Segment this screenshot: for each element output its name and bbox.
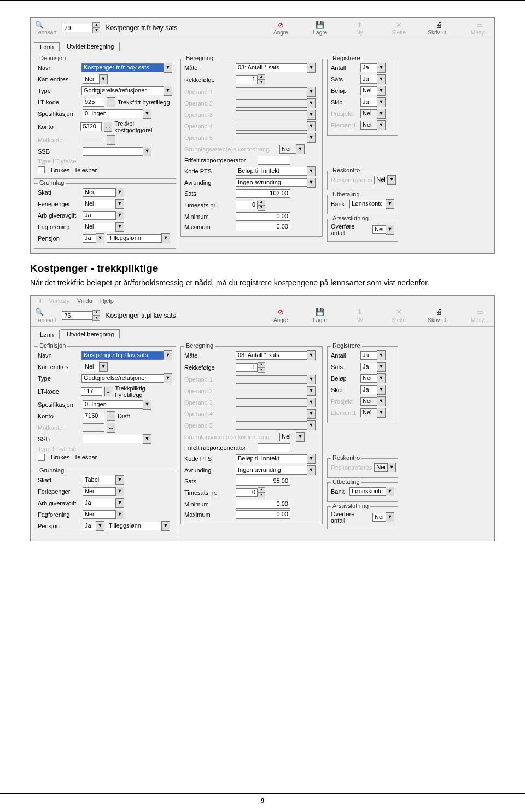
dropdown-icon[interactable]: ▼ [307,63,316,73]
dropdown-icon[interactable]: ▼ [307,166,316,176]
bank-select[interactable]: Lønnskontc [349,200,386,208]
tab-utvidet[interactable]: Utvidet beregning [61,42,120,51]
type-select[interactable]: Godtgjørelse/refusjoner [81,86,164,95]
dropdown-icon[interactable]: ▼ [115,222,124,232]
dropdown-icon[interactable]: ▼ [143,400,151,410]
ellipsis-button[interactable]: ... [107,411,115,421]
tab-utvidet[interactable]: Utvidet beregning [61,329,120,338]
ssb-select[interactable] [83,435,143,443]
sats-input[interactable]: 98,00 [236,477,290,486]
telespar-checkbox[interactable] [38,454,45,461]
dropdown-icon[interactable]: ▼ [164,350,172,360]
sats-select[interactable]: Ja [360,363,377,371]
dropdown-icon[interactable]: ▼ [143,109,151,119]
spin-up-icon[interactable]: ▲ [92,22,100,28]
fag-select[interactable]: Nei [83,223,115,231]
dropdown-icon[interactable]: ▼ [307,178,316,188]
skip-select[interactable]: Ja [360,98,377,107]
sats-select[interactable]: Ja [360,75,377,84]
ferie-select[interactable]: Nei [83,487,115,496]
skatt-select[interactable]: Nei [83,188,115,197]
skrivut-button[interactable]: 🖨Skriv ut... [428,20,451,36]
dropdown-icon[interactable]: ▼ [161,521,170,531]
dropdown-icon[interactable]: ▼ [164,373,172,383]
min-input[interactable]: 0,00 [236,212,290,221]
dropdown-icon[interactable]: ▼ [115,475,124,485]
frifelt-input[interactable] [258,156,290,165]
skrivut-button[interactable]: 🖨Skriv ut... [428,308,451,323]
spes-select[interactable]: 0: Ingen [83,400,143,409]
bank-select[interactable]: Lønnskontc [349,487,386,496]
dropdown-icon[interactable]: ▼ [115,211,124,220]
dropdown-icon[interactable]: ▼ [115,498,124,508]
rekke-spinner[interactable]: 1▲▼ [236,362,265,373]
dropdown-icon[interactable]: ▼ [96,233,104,243]
ferie-select[interactable]: Nei [83,200,115,208]
dropdown-icon[interactable]: ▼ [377,97,386,107]
dropdown-icon[interactable]: ▼ [377,86,386,96]
lonnsart-input[interactable] [62,311,92,320]
dropdown-icon[interactable]: ▼ [386,487,394,496]
antall-select[interactable]: Ja [360,351,377,360]
lt-input[interactable]: 117 [81,387,102,396]
spin-down-icon[interactable]: ▼ [92,28,100,33]
navn-input[interactable]: Kostpenger tr.fr høy sats [81,63,164,72]
kanendres-select[interactable]: Nei [83,363,99,371]
arb-select[interactable]: Ja [83,211,115,220]
dropdown-icon[interactable]: ▼ [115,487,124,496]
lagre-button[interactable]: 💾Lagre [310,20,330,36]
arb-select[interactable]: Ja [83,499,115,507]
ellipsis-button[interactable]: ... [104,387,113,396]
type-select[interactable]: Godtgjørelse/refusjoner [81,374,164,383]
dropdown-icon[interactable]: ▼ [307,350,316,360]
dropdown-icon[interactable]: ▼ [377,373,386,383]
mate-select[interactable]: 03: Antall * sats [236,351,307,360]
dropdown-icon[interactable]: ▼ [307,465,316,475]
dropdown-icon[interactable]: ▼ [164,63,172,73]
dropdown-icon[interactable]: ▼ [115,188,124,197]
lt-input[interactable]: 925 [83,98,104,107]
belop-select[interactable]: Nei [360,86,377,95]
lonnsart-spinner[interactable]: ▲▼ [62,22,100,33]
dropdown-icon[interactable]: ▼ [386,199,394,209]
dropdown-icon[interactable]: ▼ [161,233,170,243]
overfore-select[interactable]: Nei [372,513,386,522]
frifelt-input[interactable] [258,443,290,452]
belop-select[interactable]: Nei [360,374,377,383]
spin-down-icon[interactable]: ▼ [92,316,100,321]
ellipsis-button[interactable]: ... [104,122,112,132]
dropdown-icon[interactable]: ▼ [386,225,394,235]
kanendres-select[interactable]: Nei [83,75,99,84]
overfore-select[interactable]: Nei [372,225,386,234]
dropdown-icon[interactable]: ▼ [96,521,104,531]
navn-input[interactable]: Kostpenger tr.pl lav sats [81,351,164,360]
mate-select[interactable]: 03: Antall * sats [236,63,307,72]
lonnsart-spinner[interactable]: ▲▼ [62,310,100,321]
pensjon-select[interactable]: Ja [83,522,96,530]
dropdown-icon[interactable]: ▼ [377,385,386,395]
ellipsis-button[interactable]: ... [107,97,115,107]
pensjon2-select[interactable]: Tilleggslønn [107,522,161,530]
ssb-select[interactable] [83,147,143,156]
max-input[interactable]: 0,00 [236,510,290,519]
max-input[interactable]: 0,00 [236,223,290,231]
dropdown-icon[interactable]: ▼ [99,74,108,84]
dropdown-icon[interactable]: ▼ [377,362,386,372]
avrunding-select[interactable]: Ingen avrunding [236,466,307,475]
dropdown-icon[interactable]: ▼ [99,362,108,372]
dropdown-icon[interactable]: ▼ [115,199,124,209]
lagre-button[interactable]: 💾Lagre [310,308,330,323]
fag-select[interactable]: Nei [83,510,115,519]
konto-input[interactable]: 7150 [83,412,104,420]
konto-input[interactable]: 5320 [80,122,102,131]
pensjon-select[interactable]: Ja [83,234,96,243]
spin-up-icon[interactable]: ▲ [92,310,100,316]
sats-input[interactable]: 102,00 [236,189,290,198]
spes-select[interactable]: 0: Ingen [83,109,143,118]
tab-lonn[interactable]: Lønn [34,330,60,339]
dropdown-icon[interactable]: ▼ [143,434,151,444]
menu-vindu[interactable]: Vindu [77,297,92,304]
pensjon2-select[interactable]: Tilleggslønn [107,234,161,243]
angre-button[interactable]: ⊘Angre [270,20,291,36]
antall-select[interactable]: Ja [360,63,377,72]
